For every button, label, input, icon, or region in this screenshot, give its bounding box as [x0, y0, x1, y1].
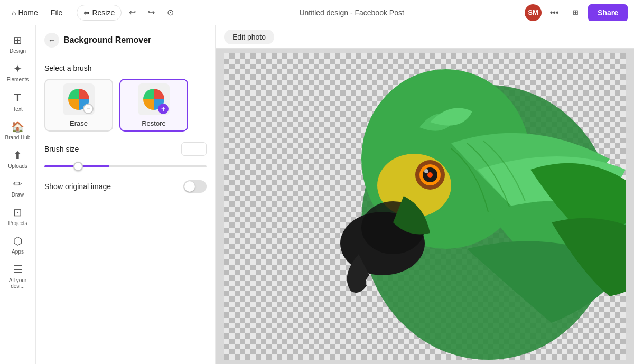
- select-brush-label: Select a brush: [44, 64, 207, 72]
- design-title: Untitled design - Facebook Post: [299, 8, 404, 17]
- show-original-label: Show original image: [44, 182, 111, 191]
- brush-size-input[interactable]: 20: [181, 142, 207, 156]
- resize-label: Resize: [92, 8, 115, 17]
- file-label: File: [51, 8, 63, 17]
- sidebar-item-uploads[interactable]: ⬆ Uploads: [0, 145, 35, 173]
- all-designs-icon: ☰: [13, 263, 23, 276]
- elements-icon: ✦: [13, 62, 22, 75]
- restore-label: Restore: [142, 119, 166, 127]
- apps-icon: ⬡: [13, 235, 22, 247]
- sidebar-item-apps[interactable]: ⬡ Apps: [0, 230, 35, 259]
- toggle-thumb: [184, 181, 195, 192]
- sidebar-item-text[interactable]: T Text: [0, 87, 35, 116]
- brush-size-row: Brush size 20: [44, 142, 207, 156]
- draw-icon: ✏: [13, 178, 22, 190]
- topbar-divider: [72, 6, 72, 19]
- erase-brush-option[interactable]: − Erase: [44, 79, 113, 132]
- sidebar-item-text-label: Text: [13, 106, 22, 112]
- erase-label: Erase: [70, 119, 88, 127]
- erase-brush-icon-area: −: [63, 83, 95, 115]
- sidebar-item-brand-hub-label: Brand Hub: [5, 135, 31, 141]
- erase-overlay: −: [83, 104, 94, 114]
- svg-point-8: [424, 169, 428, 173]
- undo-button[interactable]: ↩: [124, 4, 141, 21]
- svg-point-7: [427, 172, 433, 178]
- brush-slider-container: [44, 160, 207, 170]
- brush-size-slider[interactable]: [44, 165, 207, 167]
- history-button[interactable]: ⊙: [162, 4, 179, 21]
- sidebar-item-elements[interactable]: ✦ Elements: [0, 58, 35, 87]
- resize-button[interactable]: ⇔ Resize: [77, 5, 122, 21]
- brush-size-label: Brush size: [44, 145, 79, 153]
- parrot-image: [266, 64, 626, 360]
- sidebar-item-projects-label: Projects: [8, 220, 27, 226]
- topbar-center: Untitled design - Facebook Post: [183, 8, 520, 17]
- resize-icon: ⇔: [83, 8, 90, 17]
- sidebar-item-projects[interactable]: ⊡ Projects: [0, 202, 35, 230]
- uploads-icon: ⬆: [13, 149, 22, 162]
- home-label: Home: [18, 8, 38, 17]
- more-button[interactable]: •••: [546, 4, 563, 21]
- home-button[interactable]: ⌂ Home: [6, 5, 43, 20]
- edit-photo-label: Edit photo: [232, 33, 266, 41]
- sidebar-item-design[interactable]: ⊞ Design: [0, 30, 35, 58]
- projects-icon: ⊡: [13, 206, 22, 219]
- background-remover-panel: ← Background Remover Select a brush − Er…: [36, 25, 216, 364]
- main-content: ⊞ Design ✦ Elements T Text 🏠 Brand Hub ⬆…: [0, 25, 634, 364]
- restore-brush-option[interactable]: + Restore: [119, 79, 188, 132]
- brand-hub-icon: 🏠: [11, 120, 24, 133]
- avatar[interactable]: SM: [525, 4, 542, 21]
- restore-overlay: +: [158, 104, 169, 114]
- sidebar-item-draw-label: Draw: [12, 192, 24, 198]
- sidebar-item-elements-label: Elements: [7, 77, 29, 82]
- topbar-right: SM ••• ⊞ Share: [525, 4, 628, 21]
- design-icon: ⊞: [13, 34, 22, 46]
- panel-title: Background Remover: [63, 35, 151, 45]
- share-label: Share: [598, 8, 618, 17]
- panel-body: Select a brush − Erase + R: [36, 55, 215, 201]
- sidebar-item-apps-label: Apps: [12, 249, 24, 255]
- show-original-row: Show original image: [44, 180, 207, 193]
- grid-button[interactable]: ⊞: [567, 4, 584, 21]
- text-icon: T: [14, 91, 21, 105]
- panel-header: ← Background Remover: [36, 25, 215, 55]
- sidebar-item-brand-hub[interactable]: 🏠 Brand Hub: [0, 116, 35, 145]
- sidebar-item-uploads-label: Uploads: [8, 163, 27, 169]
- sidebar-item-all-designs-label: All your desi...: [2, 277, 33, 289]
- canvas-viewport[interactable]: [216, 49, 634, 364]
- back-button[interactable]: ←: [44, 33, 59, 48]
- restore-brush-icon-area: +: [138, 83, 170, 115]
- canvas-toolbar: Edit photo: [216, 25, 634, 49]
- sidebar-item-all-designs[interactable]: ☰ All your desi...: [0, 259, 35, 293]
- avatar-initials: SM: [528, 8, 538, 16]
- show-original-toggle[interactable]: [183, 180, 207, 193]
- canvas-frame: [224, 53, 626, 360]
- back-icon: ←: [48, 36, 55, 44]
- canvas-area: Edit photo: [216, 25, 634, 364]
- file-button[interactable]: File: [45, 5, 68, 20]
- brush-options: − Erase + Restore: [44, 79, 207, 132]
- redo-button[interactable]: ↪: [143, 4, 160, 21]
- sidebar-item-draw[interactable]: ✏ Draw: [0, 173, 35, 202]
- topbar-left: ⌂ Home File ⇔ Resize ↩ ↪ ⊙: [6, 4, 179, 21]
- edit-photo-button[interactable]: Edit photo: [224, 30, 274, 44]
- topbar: ⌂ Home File ⇔ Resize ↩ ↪ ⊙ Untitled desi…: [0, 0, 634, 25]
- home-icon: ⌂: [12, 8, 16, 17]
- sidebar: ⊞ Design ✦ Elements T Text 🏠 Brand Hub ⬆…: [0, 25, 36, 364]
- sidebar-item-design-label: Design: [10, 48, 26, 54]
- share-button[interactable]: Share: [588, 4, 628, 21]
